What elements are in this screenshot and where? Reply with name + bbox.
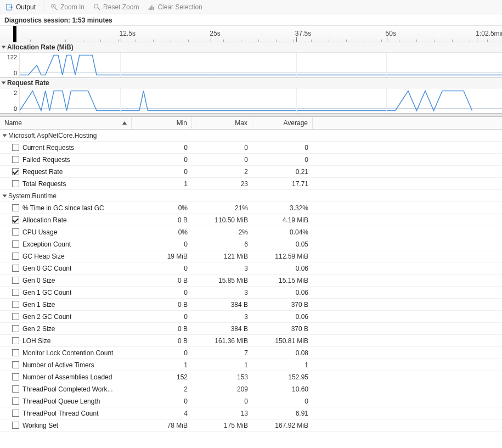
cell-min: 0 B (132, 216, 192, 224)
toolbar: Output Zoom In Reset Zoom Clear Selectio… (0, 0, 502, 14)
table-row[interactable]: Exception Count060.05 (0, 238, 502, 250)
ruler-tick (416, 40, 417, 42)
table-row[interactable]: Allocation Rate0 B110.50 MiB4.19 MiB (0, 214, 502, 226)
ruler-tick (223, 40, 224, 42)
lane-plot-allocation[interactable] (20, 53, 502, 77)
row-checkbox[interactable] (12, 156, 19, 163)
cell-min: 78 MiB (132, 422, 192, 429)
ruler-tick (477, 37, 477, 42)
table-row[interactable]: Total Requests12317.71 (0, 178, 502, 190)
row-label: Number of Assemblies Loaded (22, 373, 112, 381)
row-checkbox[interactable] (12, 410, 19, 417)
table-row[interactable]: Gen 2 GC Count030.06 (0, 311, 502, 323)
table-row[interactable]: Monitor Lock Contention Count070.08 (0, 347, 502, 359)
cell-max: 3 (192, 289, 252, 296)
ruler-label: 37.5s (295, 30, 311, 37)
svg-line-6 (98, 7, 100, 9)
zoom-in-button[interactable]: Zoom In (47, 2, 88, 13)
ruler-tick (188, 40, 189, 42)
cell-max: 153 (192, 373, 252, 381)
lane-title-allocation[interactable]: Allocation Rate (MiB) (0, 42, 502, 53)
lane-request[interactable]: 2 0 (0, 88, 502, 114)
ruler-tick (65, 40, 66, 42)
sparkline (20, 53, 502, 77)
svg-rect-10 (153, 7, 154, 10)
row-checkbox[interactable] (12, 361, 19, 368)
cell-max: 6 (192, 240, 252, 248)
cell-max: 121 MiB (192, 253, 252, 260)
cell-min: 19 MiB (132, 253, 192, 260)
row-checkbox[interactable] (12, 168, 19, 175)
reset-zoom-button[interactable]: Reset Zoom (89, 2, 143, 13)
cell-avg: 370 B (252, 301, 313, 309)
lane-plot-request[interactable] (20, 88, 502, 113)
row-checkbox[interactable] (12, 144, 19, 151)
table-row[interactable]: Gen 1 Size0 B384 B370 B (0, 299, 502, 311)
table-row[interactable]: Gen 1 GC Count030.06 (0, 287, 502, 299)
lane-title-request[interactable]: Request Rate (0, 78, 502, 88)
column-average[interactable]: Average (252, 117, 313, 129)
cell-avg: 17.71 (252, 180, 313, 188)
row-checkbox[interactable] (12, 253, 19, 260)
table-row[interactable]: Number of Assemblies Loaded152153152.95 (0, 371, 502, 383)
cell-min: 0% (132, 228, 192, 236)
row-checkbox[interactable] (12, 373, 19, 380)
table-group[interactable]: Microsoft.AspNetCore.Hosting (0, 130, 502, 142)
table-row[interactable]: Request Rate020.21 (0, 166, 502, 178)
ruler-tick (136, 40, 136, 42)
table-row[interactable]: GC Heap Size19 MiB121 MiB112.59 MiB (0, 250, 502, 262)
row-checkbox[interactable] (12, 180, 19, 187)
table-row[interactable]: LOH Size0 B161.36 MiB150.81 MiB (0, 335, 502, 347)
timeline-ruler[interactable]: 12.5s25s37.5s50s1:02.5min (0, 26, 502, 42)
lane-allocation[interactable]: 122 0 (0, 53, 502, 78)
row-checkbox[interactable] (12, 216, 19, 223)
row-checkbox[interactable] (12, 301, 19, 308)
table-row[interactable]: CPU Usage0%2%0.04% (0, 226, 502, 238)
row-label: Allocation Rate (22, 216, 67, 224)
ruler-tick (121, 37, 121, 42)
table-row[interactable]: Number of Active Timers111 (0, 359, 502, 371)
table-row[interactable]: ThreadPool Completed Work...220910.60 (0, 383, 502, 395)
row-checkbox[interactable] (12, 277, 19, 284)
table-row[interactable]: Gen 0 Size0 B15.85 MiB15.15 MiB (0, 275, 502, 287)
column-min[interactable]: Min (132, 117, 192, 129)
row-label: Gen 0 GC Count (22, 265, 71, 272)
table-row[interactable]: Failed Requests000 (0, 154, 502, 166)
column-name[interactable]: Name (0, 117, 132, 129)
cell-avg: 4.19 MiB (252, 216, 313, 224)
row-checkbox[interactable] (12, 422, 19, 429)
row-checkbox[interactable] (12, 265, 19, 272)
table-row[interactable]: ThreadPool Queue Length000 (0, 395, 502, 407)
row-checkbox[interactable] (12, 313, 19, 320)
clear-selection-button[interactable]: Clear Selection (144, 2, 206, 13)
grid-line (386, 88, 387, 113)
table-body: Microsoft.AspNetCore.HostingCurrent Requ… (0, 130, 502, 432)
table-row[interactable]: % Time in GC since last GC0%21%3.32% (0, 202, 502, 214)
table-group[interactable]: System.Runtime (0, 190, 502, 202)
table-row[interactable]: Working Set78 MiB175 MiB167.92 MiB (0, 419, 502, 432)
column-max[interactable]: Max (192, 117, 252, 129)
ruler-tick (206, 40, 206, 42)
row-label: Request Rate (22, 168, 63, 176)
row-checkbox[interactable] (12, 397, 19, 405)
table-row[interactable]: Gen 2 Size0 B384 B370 B (0, 323, 502, 335)
row-checkbox[interactable] (12, 325, 19, 332)
row-checkbox[interactable] (12, 289, 19, 296)
cell-avg: 370 B (252, 325, 313, 333)
table-row[interactable]: ThreadPool Thread Count4136.91 (0, 407, 502, 419)
cell-avg: 3.32% (252, 204, 313, 212)
table-row[interactable]: Gen 0 GC Count030.06 (0, 262, 502, 275)
row-checkbox[interactable] (12, 228, 19, 236)
ruler-label: 50s (386, 30, 396, 37)
row-checkbox[interactable] (12, 204, 19, 211)
row-checkbox[interactable] (12, 240, 19, 248)
row-checkbox[interactable] (12, 385, 19, 393)
row-checkbox[interactable] (12, 337, 19, 344)
output-button[interactable]: Output (2, 2, 40, 13)
column-name-label: Name (4, 119, 22, 127)
cell-max: 15.85 MiB (192, 277, 252, 284)
playhead-marker[interactable] (13, 26, 16, 42)
cell-max: 0 (192, 397, 252, 405)
table-row[interactable]: Current Requests000 (0, 142, 502, 154)
row-checkbox[interactable] (12, 349, 19, 356)
